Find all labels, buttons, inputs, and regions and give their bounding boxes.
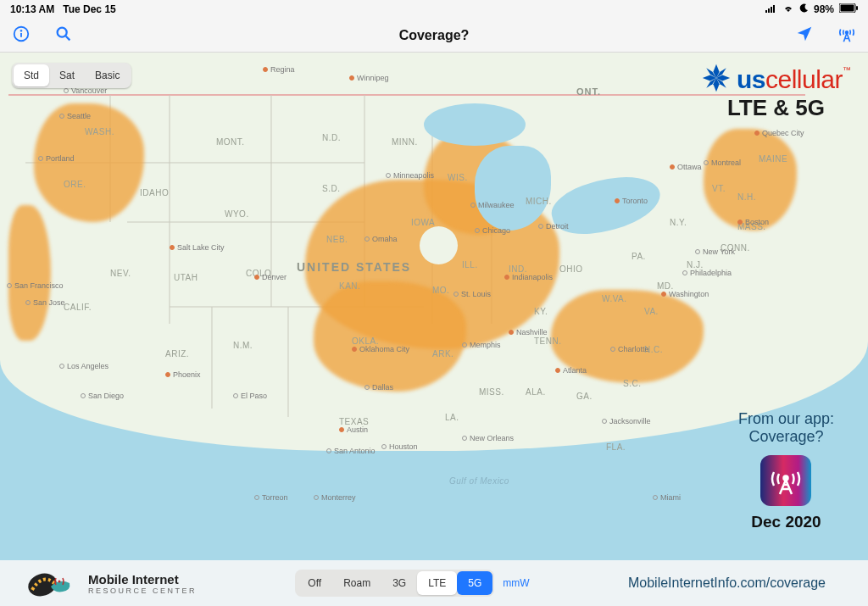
coverage-area	[8, 205, 51, 341]
promo-line2: Coverage?	[738, 428, 834, 447]
mirc-title: Mobile Internet	[88, 572, 197, 587]
city-label: Nashville	[509, 328, 548, 336]
city-label: Milwaukee	[470, 201, 515, 209]
ontario-label: ONT.	[576, 86, 601, 97]
city-label: Ottawa	[670, 163, 702, 171]
city-label: Denver	[254, 273, 287, 281]
brand-us: us	[737, 65, 765, 93]
city-label: Jacksonville	[602, 417, 651, 425]
city-label: New York	[695, 247, 735, 256]
state-label: N.Y.	[670, 218, 687, 227]
state-label: MONT.	[216, 137, 245, 147]
state-label: ARIZ.	[165, 349, 189, 359]
site-url: MobileInternetInfo.com/coverage	[628, 575, 826, 591]
state-label: NEV.	[110, 269, 131, 278]
city-label: Charlotte	[610, 345, 649, 353]
state-label: FLA.	[606, 442, 626, 452]
city-label: Phoenix	[165, 370, 201, 379]
coverage-off[interactable]: Off	[297, 571, 332, 595]
city-label: Dallas	[364, 383, 393, 392]
city-label: Omaha	[364, 235, 398, 243]
map-type-basic[interactable]: Basic	[85, 64, 130, 86]
city-label: Austin	[339, 425, 368, 434]
city-label: Quebec City	[754, 129, 804, 137]
carrier-brand-overlay: uscellular™ LTE & 5G	[701, 63, 851, 121]
state-label: OHIO	[559, 264, 583, 274]
state-label: ILL.	[462, 260, 478, 270]
coverage-lte[interactable]: LTE	[417, 571, 457, 595]
coverage-map[interactable]: UNITED STATES ONT. Gulf of Mexico WASH.O…	[0, 53, 868, 560]
dnd-moon-icon	[799, 3, 809, 15]
mirc-subtitle: RESOURCE CENTER	[88, 587, 197, 595]
coverage-area	[34, 103, 144, 222]
state-label: VA.	[644, 307, 659, 316]
state-label: LA.	[445, 413, 459, 422]
state-label: UTAH	[174, 273, 198, 282]
city-label: Toronto	[615, 197, 648, 205]
app-promo: From our app: Coverage? Dec 2020	[738, 410, 834, 531]
tower-icon[interactable]	[837, 25, 856, 47]
city-label: Memphis	[462, 341, 501, 349]
city-label: Washington	[661, 290, 709, 298]
state-label: MINN.	[392, 137, 418, 147]
state-label: PA.	[632, 252, 646, 261]
city-label: Monterrey	[314, 493, 356, 502]
state-label: TENN.	[534, 336, 562, 346]
state-label: N.H.	[737, 192, 756, 202]
state-label: ORE.	[64, 180, 86, 189]
state-label: GA.	[576, 392, 593, 401]
city-label: Los Angeles	[59, 362, 108, 370]
coverage-5g[interactable]: 5G	[457, 571, 492, 595]
city-label: El Paso	[233, 392, 267, 400]
state-label: MICH.	[526, 197, 552, 206]
status-date: Tue Dec 15	[63, 3, 115, 15]
city-label: Seattle	[59, 112, 91, 120]
svg-rect-0	[765, 10, 767, 13]
promo-date: Dec 2020	[738, 513, 834, 531]
coverage-type-segmented[interactable]: Off Roam 3G LTE 5G	[295, 570, 494, 597]
svg-rect-5	[841, 5, 854, 12]
state-label: KY.	[534, 307, 548, 316]
state-label: S.C.	[623, 379, 641, 388]
state-label: IDAHO	[140, 188, 169, 197]
map-type-segmented[interactable]: Std Sat Basic	[12, 63, 131, 88]
svg-point-9	[21, 30, 22, 31]
map-type-std[interactable]: Std	[14, 64, 49, 86]
state-label: MAINE	[759, 154, 787, 164]
state-label: VT.	[712, 184, 726, 193]
location-arrow-icon[interactable]	[795, 25, 814, 47]
state-label: ALA.	[526, 387, 546, 397]
coverage-area	[704, 129, 797, 231]
status-time: 10:13 AM	[10, 3, 54, 15]
city-label: Boston	[737, 218, 769, 226]
coverage-roam[interactable]: Roam	[332, 571, 381, 595]
state-label: CALIF.	[64, 303, 92, 312]
map-type-sat[interactable]: Sat	[49, 64, 85, 86]
state-label: MO.	[432, 286, 449, 295]
svg-point-25	[784, 476, 788, 481]
info-icon[interactable]	[12, 25, 31, 47]
promo-line1: From our app:	[738, 410, 834, 429]
city-label: Miami	[653, 493, 681, 502]
city-label: Winnipeg	[349, 74, 389, 82]
city-label: San Diego	[81, 392, 124, 400]
coverage-area	[314, 281, 466, 392]
search-icon[interactable]	[54, 25, 73, 47]
coverage-3g[interactable]: 3G	[381, 571, 417, 595]
city-label: Indianapolis	[504, 273, 553, 281]
wifi-icon	[782, 3, 794, 15]
brand-cellular: cellular	[765, 65, 843, 93]
lake-superior	[424, 103, 526, 146]
coverage-mmw[interactable]: mmW	[503, 577, 529, 589]
city-label: San Antonio	[326, 447, 376, 455]
city-label: Minneapolis	[386, 171, 434, 180]
coverage-hole	[420, 226, 458, 264]
svg-rect-2	[771, 7, 772, 13]
svg-point-10	[58, 27, 67, 36]
city-label: New Orleans	[462, 434, 514, 442]
ios-status-bar: 10:13 AM Tue Dec 15 98%	[0, 0, 868, 19]
city-label: Houston	[381, 442, 418, 451]
state-label: KAN.	[339, 281, 360, 291]
state-label: NEB.	[326, 235, 348, 244]
state-label: WYO.	[225, 209, 249, 219]
